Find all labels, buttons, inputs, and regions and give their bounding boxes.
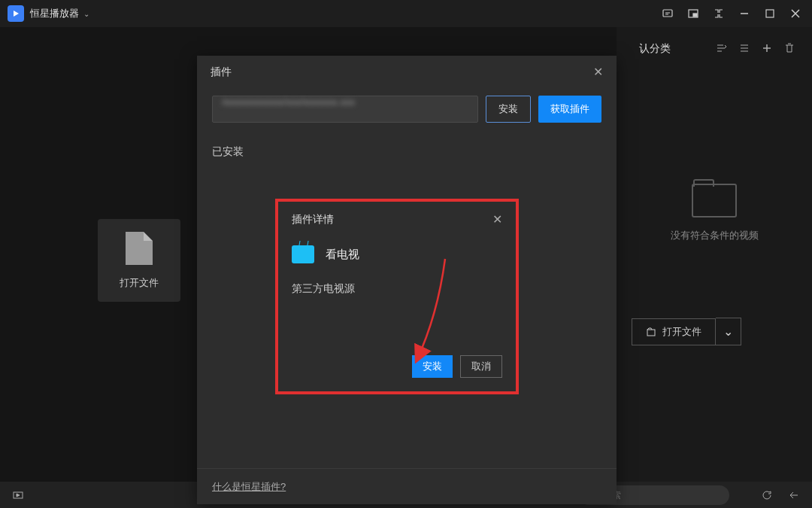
feedback-icon[interactable]	[659, 5, 677, 23]
open-file-button-label: 打开文件	[662, 325, 701, 339]
modal-close-icon[interactable]: ✕	[593, 65, 603, 79]
empty-text: 没有符合条件的视频	[671, 229, 759, 242]
refresh-icon[interactable]	[760, 488, 774, 502]
app-title: 恒星播放器	[30, 7, 79, 20]
installed-section-label: 已安装	[197, 130, 617, 166]
add-icon[interactable]	[761, 42, 774, 56]
pip-icon[interactable]	[684, 5, 702, 23]
plugin-modal: 插件 ✕ /xxxxxxxxxxxx/xxx/xxxxxxx.xxx 安装 获取…	[197, 56, 617, 504]
list-icon[interactable]	[738, 42, 752, 56]
empty-placeholder: 没有符合条件的视频	[632, 184, 797, 242]
svg-rect-3	[766, 10, 774, 17]
titlebar: 恒星播放器 ⌄	[0, 0, 812, 27]
svg-rect-4	[647, 330, 655, 336]
minimize-icon[interactable]	[735, 5, 753, 23]
expand-icon[interactable]	[787, 488, 801, 502]
install-path-button[interactable]: 安装	[486, 96, 531, 123]
plugin-description: 第三方电视源	[292, 282, 502, 296]
open-file-button[interactable]: 打开文件	[632, 318, 716, 345]
detail-cancel-button[interactable]: 取消	[460, 355, 502, 378]
search-input[interactable]	[603, 490, 720, 500]
svg-rect-2	[693, 14, 697, 17]
open-file-dropdown[interactable]: ⌄	[716, 318, 741, 345]
playback-mode-icon[interactable]	[11, 488, 25, 502]
plugin-detail-dialog: 插件详情 ✕ 看电视 第三方电视源 安装 取消	[275, 199, 519, 394]
open-file-label: 打开文件	[120, 276, 159, 290]
app-dropdown-icon[interactable]: ⌄	[83, 10, 89, 18]
plugin-path-input[interactable]: /xxxxxxxxxxxx/xxx/xxxxxxx.xxx	[212, 96, 478, 123]
detail-title: 插件详情	[292, 213, 334, 227]
folder-icon	[692, 184, 737, 217]
delete-icon[interactable]	[783, 42, 797, 56]
detail-install-button[interactable]: 安装	[412, 355, 453, 378]
app-logo	[8, 5, 24, 22]
open-file-tile[interactable]: 打开文件	[98, 219, 180, 302]
footer-help-link[interactable]: 什么是恒星插件?	[212, 481, 286, 492]
detail-close-icon[interactable]: ✕	[492, 212, 502, 227]
main-area: 打开文件 认分类 没有符合条件的视频 打开文件 ⌄ 插件 ✕ /xxxxxxxx…	[0, 27, 812, 482]
maximize-icon[interactable]	[761, 5, 779, 23]
tv-icon	[292, 245, 314, 263]
sort-icon[interactable]	[716, 42, 729, 56]
file-icon	[126, 232, 153, 265]
open-file-button-group: 打开文件 ⌄	[632, 318, 797, 345]
modal-title: 插件	[211, 65, 232, 79]
right-panel: 认分类 没有符合条件的视频 打开文件 ⌄	[617, 27, 812, 482]
close-icon[interactable]	[786, 5, 804, 23]
plugin-name: 看电视	[326, 248, 359, 262]
compact-icon[interactable]	[710, 5, 728, 23]
get-plugin-button[interactable]: 获取插件	[538, 96, 601, 123]
